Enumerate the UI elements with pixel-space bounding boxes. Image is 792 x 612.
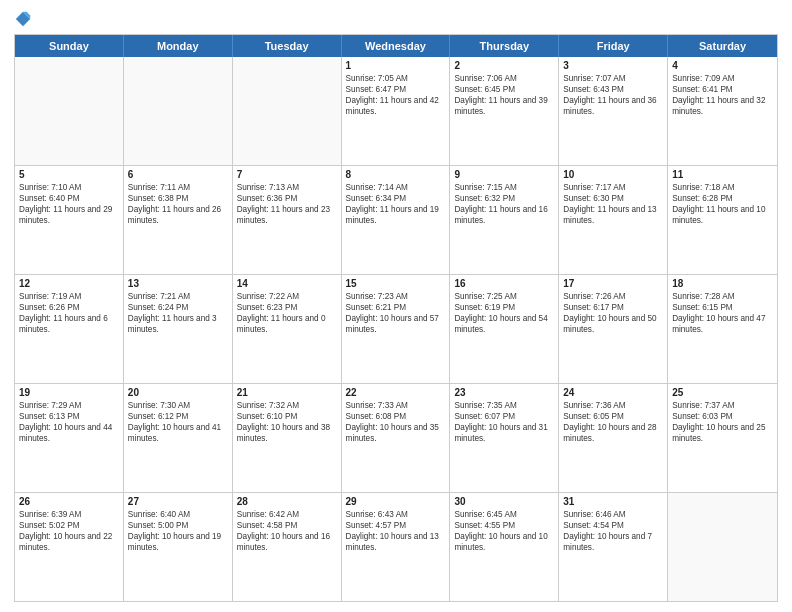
day-cell-3: 3Sunrise: 7:07 AM Sunset: 6:43 PM Daylig… — [559, 57, 668, 165]
week-row-0: 1Sunrise: 7:05 AM Sunset: 6:47 PM Daylig… — [15, 57, 777, 166]
day-number: 31 — [563, 496, 663, 507]
day-cell-25: 25Sunrise: 7:37 AM Sunset: 6:03 PM Dayli… — [668, 384, 777, 492]
calendar-body: 1Sunrise: 7:05 AM Sunset: 6:47 PM Daylig… — [15, 57, 777, 601]
day-cell-26: 26Sunrise: 6:39 AM Sunset: 5:02 PM Dayli… — [15, 493, 124, 601]
week-row-4: 26Sunrise: 6:39 AM Sunset: 5:02 PM Dayli… — [15, 493, 777, 601]
day-cell-5: 5Sunrise: 7:10 AM Sunset: 6:40 PM Daylig… — [15, 166, 124, 274]
day-info: Sunrise: 7:10 AM Sunset: 6:40 PM Dayligh… — [19, 182, 119, 226]
day-cell-20: 20Sunrise: 7:30 AM Sunset: 6:12 PM Dayli… — [124, 384, 233, 492]
day-cell-12: 12Sunrise: 7:19 AM Sunset: 6:26 PM Dayli… — [15, 275, 124, 383]
day-cell-15: 15Sunrise: 7:23 AM Sunset: 6:21 PM Dayli… — [342, 275, 451, 383]
week-row-3: 19Sunrise: 7:29 AM Sunset: 6:13 PM Dayli… — [15, 384, 777, 493]
header-day-tuesday: Tuesday — [233, 35, 342, 57]
day-cell-11: 11Sunrise: 7:18 AM Sunset: 6:28 PM Dayli… — [668, 166, 777, 274]
day-info: Sunrise: 7:11 AM Sunset: 6:38 PM Dayligh… — [128, 182, 228, 226]
day-number: 20 — [128, 387, 228, 398]
day-info: Sunrise: 7:09 AM Sunset: 6:41 PM Dayligh… — [672, 73, 773, 117]
header-day-thursday: Thursday — [450, 35, 559, 57]
day-number: 2 — [454, 60, 554, 71]
day-number: 7 — [237, 169, 337, 180]
day-cell-31: 31Sunrise: 6:46 AM Sunset: 4:54 PM Dayli… — [559, 493, 668, 601]
day-info: Sunrise: 7:28 AM Sunset: 6:15 PM Dayligh… — [672, 291, 773, 335]
day-info: Sunrise: 7:29 AM Sunset: 6:13 PM Dayligh… — [19, 400, 119, 444]
header-day-saturday: Saturday — [668, 35, 777, 57]
day-cell-28: 28Sunrise: 6:42 AM Sunset: 4:58 PM Dayli… — [233, 493, 342, 601]
week-row-1: 5Sunrise: 7:10 AM Sunset: 6:40 PM Daylig… — [15, 166, 777, 275]
day-number: 19 — [19, 387, 119, 398]
day-info: Sunrise: 7:23 AM Sunset: 6:21 PM Dayligh… — [346, 291, 446, 335]
day-info: Sunrise: 6:39 AM Sunset: 5:02 PM Dayligh… — [19, 509, 119, 553]
day-cell-1: 1Sunrise: 7:05 AM Sunset: 6:47 PM Daylig… — [342, 57, 451, 165]
day-cell-23: 23Sunrise: 7:35 AM Sunset: 6:07 PM Dayli… — [450, 384, 559, 492]
logo — [14, 10, 35, 28]
day-info: Sunrise: 6:46 AM Sunset: 4:54 PM Dayligh… — [563, 509, 663, 553]
day-cell-10: 10Sunrise: 7:17 AM Sunset: 6:30 PM Dayli… — [559, 166, 668, 274]
day-number: 18 — [672, 278, 773, 289]
day-info: Sunrise: 7:36 AM Sunset: 6:05 PM Dayligh… — [563, 400, 663, 444]
day-number: 5 — [19, 169, 119, 180]
day-info: Sunrise: 7:37 AM Sunset: 6:03 PM Dayligh… — [672, 400, 773, 444]
week-row-2: 12Sunrise: 7:19 AM Sunset: 6:26 PM Dayli… — [15, 275, 777, 384]
day-info: Sunrise: 6:43 AM Sunset: 4:57 PM Dayligh… — [346, 509, 446, 553]
day-cell-30: 30Sunrise: 6:45 AM Sunset: 4:55 PM Dayli… — [450, 493, 559, 601]
day-info: Sunrise: 7:33 AM Sunset: 6:08 PM Dayligh… — [346, 400, 446, 444]
day-number: 11 — [672, 169, 773, 180]
day-cell-9: 9Sunrise: 7:15 AM Sunset: 6:32 PM Daylig… — [450, 166, 559, 274]
day-number: 10 — [563, 169, 663, 180]
day-cell-29: 29Sunrise: 6:43 AM Sunset: 4:57 PM Dayli… — [342, 493, 451, 601]
day-info: Sunrise: 7:21 AM Sunset: 6:24 PM Dayligh… — [128, 291, 228, 335]
day-number: 3 — [563, 60, 663, 71]
day-info: Sunrise: 6:42 AM Sunset: 4:58 PM Dayligh… — [237, 509, 337, 553]
day-cell-7: 7Sunrise: 7:13 AM Sunset: 6:36 PM Daylig… — [233, 166, 342, 274]
day-cell-13: 13Sunrise: 7:21 AM Sunset: 6:24 PM Dayli… — [124, 275, 233, 383]
day-cell-6: 6Sunrise: 7:11 AM Sunset: 6:38 PM Daylig… — [124, 166, 233, 274]
header — [14, 10, 778, 28]
day-number: 24 — [563, 387, 663, 398]
day-info: Sunrise: 7:17 AM Sunset: 6:30 PM Dayligh… — [563, 182, 663, 226]
empty-cell — [233, 57, 342, 165]
day-number: 9 — [454, 169, 554, 180]
day-info: Sunrise: 7:14 AM Sunset: 6:34 PM Dayligh… — [346, 182, 446, 226]
day-info: Sunrise: 6:45 AM Sunset: 4:55 PM Dayligh… — [454, 509, 554, 553]
day-number: 13 — [128, 278, 228, 289]
header-day-sunday: Sunday — [15, 35, 124, 57]
day-info: Sunrise: 7:30 AM Sunset: 6:12 PM Dayligh… — [128, 400, 228, 444]
day-cell-16: 16Sunrise: 7:25 AM Sunset: 6:19 PM Dayli… — [450, 275, 559, 383]
day-number: 25 — [672, 387, 773, 398]
day-number: 4 — [672, 60, 773, 71]
day-info: Sunrise: 7:13 AM Sunset: 6:36 PM Dayligh… — [237, 182, 337, 226]
day-info: Sunrise: 7:19 AM Sunset: 6:26 PM Dayligh… — [19, 291, 119, 335]
header-day-monday: Monday — [124, 35, 233, 57]
day-number: 12 — [19, 278, 119, 289]
day-cell-4: 4Sunrise: 7:09 AM Sunset: 6:41 PM Daylig… — [668, 57, 777, 165]
day-cell-24: 24Sunrise: 7:36 AM Sunset: 6:05 PM Dayli… — [559, 384, 668, 492]
empty-cell — [668, 493, 777, 601]
page: SundayMondayTuesdayWednesdayThursdayFrid… — [0, 0, 792, 612]
day-info: Sunrise: 7:26 AM Sunset: 6:17 PM Dayligh… — [563, 291, 663, 335]
day-number: 27 — [128, 496, 228, 507]
day-cell-17: 17Sunrise: 7:26 AM Sunset: 6:17 PM Dayli… — [559, 275, 668, 383]
day-number: 8 — [346, 169, 446, 180]
header-day-wednesday: Wednesday — [342, 35, 451, 57]
calendar: SundayMondayTuesdayWednesdayThursdayFrid… — [14, 34, 778, 602]
empty-cell — [124, 57, 233, 165]
day-number: 29 — [346, 496, 446, 507]
day-info: Sunrise: 7:05 AM Sunset: 6:47 PM Dayligh… — [346, 73, 446, 117]
day-cell-14: 14Sunrise: 7:22 AM Sunset: 6:23 PM Dayli… — [233, 275, 342, 383]
day-cell-19: 19Sunrise: 7:29 AM Sunset: 6:13 PM Dayli… — [15, 384, 124, 492]
day-cell-22: 22Sunrise: 7:33 AM Sunset: 6:08 PM Dayli… — [342, 384, 451, 492]
day-number: 17 — [563, 278, 663, 289]
empty-cell — [15, 57, 124, 165]
day-info: Sunrise: 6:40 AM Sunset: 5:00 PM Dayligh… — [128, 509, 228, 553]
calendar-header: SundayMondayTuesdayWednesdayThursdayFrid… — [15, 35, 777, 57]
day-info: Sunrise: 7:15 AM Sunset: 6:32 PM Dayligh… — [454, 182, 554, 226]
day-cell-8: 8Sunrise: 7:14 AM Sunset: 6:34 PM Daylig… — [342, 166, 451, 274]
day-number: 1 — [346, 60, 446, 71]
header-day-friday: Friday — [559, 35, 668, 57]
day-cell-18: 18Sunrise: 7:28 AM Sunset: 6:15 PM Dayli… — [668, 275, 777, 383]
day-info: Sunrise: 7:07 AM Sunset: 6:43 PM Dayligh… — [563, 73, 663, 117]
day-number: 6 — [128, 169, 228, 180]
day-number: 28 — [237, 496, 337, 507]
day-info: Sunrise: 7:22 AM Sunset: 6:23 PM Dayligh… — [237, 291, 337, 335]
day-number: 16 — [454, 278, 554, 289]
